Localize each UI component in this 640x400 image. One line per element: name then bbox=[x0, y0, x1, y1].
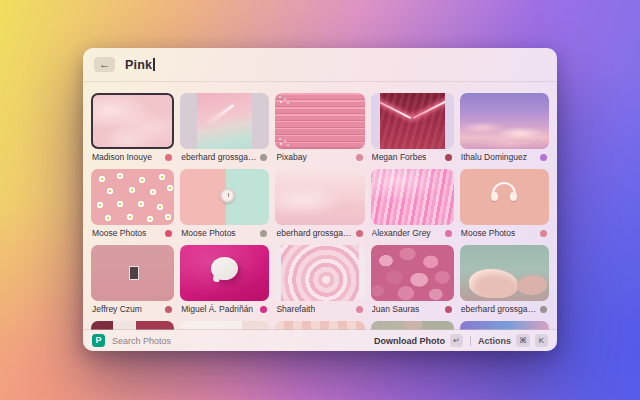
search-bar: ← Pink bbox=[83, 48, 557, 82]
pexels-icon: P bbox=[92, 334, 105, 347]
photo-author: Moose Photos bbox=[181, 228, 235, 238]
photo-author: Ithalu Dominguez bbox=[461, 152, 527, 162]
color-dot bbox=[356, 154, 363, 161]
photo-thumbnail bbox=[371, 245, 454, 301]
alarm-clock-graphic bbox=[220, 188, 235, 203]
photo-result-madison-inouye[interactable]: Madison Inouye bbox=[91, 93, 174, 162]
back-arrow-icon: ← bbox=[99, 59, 110, 70]
window-graphic bbox=[129, 266, 139, 280]
photo-result-jeffrey-czum[interactable]: Jeffrey Czum bbox=[91, 245, 174, 314]
photo-thumbnail bbox=[371, 93, 454, 149]
extension-name: Search Photos bbox=[112, 336, 171, 346]
color-dot bbox=[165, 306, 172, 313]
actions-button[interactable]: Actions bbox=[478, 336, 511, 346]
photo-author: Madison Inouye bbox=[92, 152, 152, 162]
photo-result-alexander-grey[interactable]: Alexander Grey bbox=[371, 169, 454, 238]
photo-result-moose-headphones[interactable]: Moose Photos bbox=[460, 169, 549, 238]
headphones-graphic bbox=[492, 182, 516, 195]
color-dot bbox=[260, 154, 267, 161]
photo-thumbnail bbox=[180, 245, 269, 301]
photo-thumbnail bbox=[460, 169, 549, 225]
photo-author: Moose Photos bbox=[92, 228, 146, 238]
photo-author: Jeffrey Czum bbox=[92, 304, 142, 314]
cmd-key-icon: ⌘ bbox=[516, 334, 530, 347]
search-input[interactable]: Pink bbox=[125, 58, 155, 72]
photo-thumbnail bbox=[275, 245, 364, 301]
photo-result-eberhard-3[interactable]: eberhard grossga… bbox=[460, 245, 549, 314]
photo-thumbnail-selected bbox=[91, 93, 174, 149]
text-cursor bbox=[153, 58, 155, 71]
color-dot bbox=[445, 230, 452, 237]
photo-thumbnail bbox=[275, 169, 364, 225]
photo-result-moose-daisies[interactable]: Moose Photos bbox=[91, 169, 174, 238]
photo-thumbnail bbox=[460, 93, 549, 149]
photo-result-megan-forbes[interactable]: Megan Forbes bbox=[371, 93, 454, 162]
photo-thumbnail bbox=[371, 169, 454, 225]
photo-image bbox=[380, 93, 445, 149]
color-dot bbox=[356, 306, 363, 313]
enter-key-icon: ↵ bbox=[450, 334, 463, 347]
photo-author: Juan Sauras bbox=[372, 304, 420, 314]
color-dot bbox=[540, 306, 547, 313]
photo-author: Pixabay bbox=[276, 152, 306, 162]
photo-result-ithalu-dominguez[interactable]: Ithalu Dominguez bbox=[460, 93, 549, 162]
photo-result-eberhard-2[interactable]: eberhard grossga… bbox=[275, 169, 364, 238]
photo-author: eberhard grossga… bbox=[181, 152, 256, 162]
footer-divider bbox=[470, 336, 471, 346]
color-dot bbox=[540, 154, 547, 161]
photo-thumbnail bbox=[180, 93, 269, 149]
photo-author: eberhard grossga… bbox=[276, 228, 351, 238]
photo-result-pixabay[interactable]: Pixabay bbox=[275, 93, 364, 162]
photo-result-juan-sauras[interactable]: Juan Sauras bbox=[371, 245, 454, 314]
speech-bubble-graphic bbox=[211, 257, 238, 280]
color-dot bbox=[356, 230, 363, 237]
photo-author: Moose Photos bbox=[461, 228, 515, 238]
color-dot bbox=[445, 306, 452, 313]
primary-action-label[interactable]: Download Photo bbox=[374, 336, 445, 346]
photo-image bbox=[197, 93, 252, 149]
color-dot bbox=[540, 230, 547, 237]
back-button[interactable]: ← bbox=[94, 57, 115, 72]
color-dot bbox=[260, 306, 267, 313]
action-bar: P Search Photos Download Photo ↵ Actions… bbox=[83, 329, 557, 351]
photo-author: Megan Forbes bbox=[372, 152, 427, 162]
photo-author: Sharefaith bbox=[276, 304, 315, 314]
photo-author: Miguel Á. Padriñán bbox=[181, 304, 253, 314]
photo-result-moose-clock[interactable]: Moose Photos bbox=[180, 169, 269, 238]
photo-author: eberhard grossga… bbox=[461, 304, 536, 314]
photo-thumbnail bbox=[275, 93, 364, 149]
photo-result-miguel-padrinan[interactable]: Miguel Á. Padriñán bbox=[180, 245, 269, 314]
photo-thumbnail bbox=[91, 169, 174, 225]
photo-author: Alexander Grey bbox=[372, 228, 431, 238]
color-dot bbox=[445, 154, 452, 161]
color-dot bbox=[165, 230, 172, 237]
photo-results-grid: Madison Inouye eberhard grossga… Pixabay… bbox=[83, 82, 557, 330]
color-dot bbox=[260, 230, 267, 237]
color-dot bbox=[165, 154, 172, 161]
k-key-icon: K bbox=[535, 334, 548, 347]
photo-result-sharefaith[interactable]: Sharefaith bbox=[275, 245, 364, 314]
launcher-window: ← Pink Madison Inouye eberhard grossga… … bbox=[83, 48, 557, 351]
photo-thumbnail bbox=[91, 245, 174, 301]
photo-thumbnail bbox=[460, 245, 549, 301]
photo-thumbnail bbox=[180, 169, 269, 225]
photo-result-eberhard-1[interactable]: eberhard grossga… bbox=[180, 93, 269, 162]
photo-image bbox=[281, 245, 359, 301]
